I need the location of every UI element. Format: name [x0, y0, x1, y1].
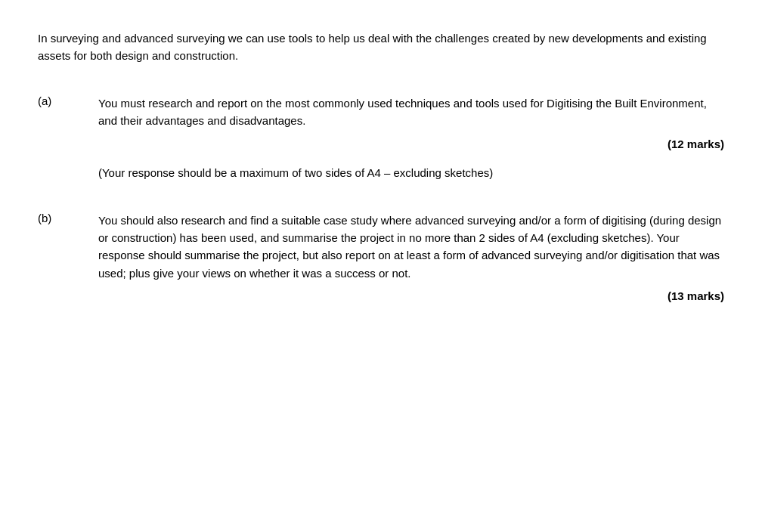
question-a-block: (a) You must research and report on the … — [38, 94, 724, 189]
question-b-label: (b) — [38, 212, 98, 316]
question-a-label: (a) — [38, 94, 98, 189]
intro-paragraph: In surveying and advanced surveying we c… — [38, 30, 724, 64]
question-a-text: You must research and report on the most… — [98, 94, 724, 130]
question-a-marks: (12 marks) — [98, 138, 724, 150]
question-b-text: You should also research and find a suit… — [98, 212, 724, 282]
question-a-response-note: (Your response should be a maximum of tw… — [98, 164, 724, 181]
question-b-marks: (13 marks) — [98, 289, 724, 302]
question-a-content: You must research and report on the most… — [98, 94, 724, 189]
question-b-content: You should also research and find a suit… — [98, 212, 724, 316]
question-b-block: (b) You should also research and find a … — [38, 212, 724, 316]
